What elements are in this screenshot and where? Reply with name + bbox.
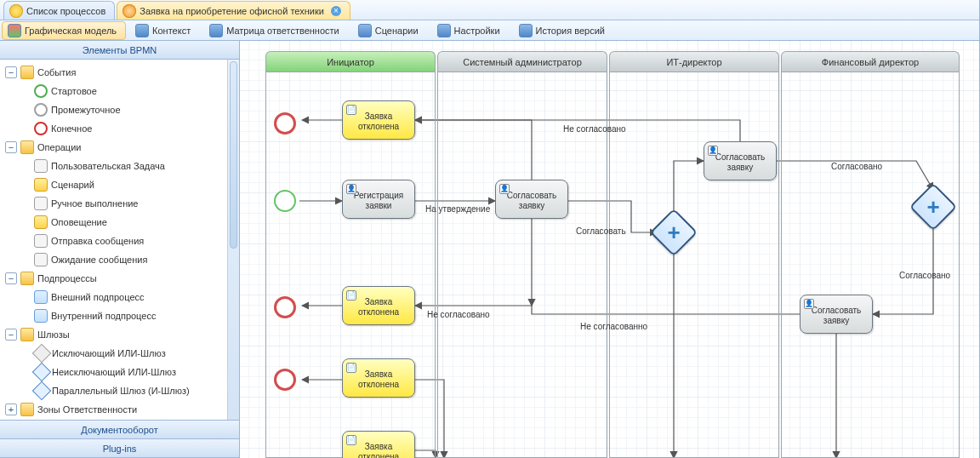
- and-gateway-icon: [32, 381, 52, 401]
- palette-item-start-event[interactable]: Стартовое: [0, 82, 227, 100]
- sidebar-section-docs[interactable]: Документооборот: [0, 421, 239, 439]
- file-tab-0[interactable]: Список процессов: [3, 1, 115, 20]
- palette-group-1[interactable]: −Операции: [0, 138, 227, 157]
- task-register[interactable]: Регистрация заявки: [342, 180, 415, 219]
- palette-group-0[interactable]: −События: [0, 63, 227, 82]
- palette-item-send-message-task[interactable]: Отправка сообщения: [0, 232, 227, 250]
- palette-tree[interactable]: −СобытияСтартовоеПромежуточноеКонечное−О…: [0, 60, 227, 420]
- processes-icon: [9, 4, 23, 18]
- sub-tab-1[interactable]: Контекст: [129, 21, 200, 40]
- palette-item-label: Пользовательская Задача: [51, 161, 165, 171]
- script-icon: [346, 363, 356, 373]
- folder-icon: [20, 272, 34, 285]
- sidebar-scrollbar[interactable]: [227, 60, 239, 420]
- end-event-1[interactable]: [274, 112, 296, 135]
- palette-item-xor-gateway[interactable]: Исключающий ИЛИ-Шлюз: [0, 344, 227, 363]
- script-icon: [346, 105, 356, 115]
- palette-group-label: Зоны Ответственности: [37, 404, 137, 415]
- sidebar-title: Элементы BPMN: [0, 41, 239, 60]
- palette-item-intermediate-event[interactable]: Промежуточное: [0, 100, 227, 119]
- palette-item-user-task[interactable]: Пользовательская Задача: [0, 157, 227, 175]
- edge-label-6: Согласовано: [899, 271, 950, 280]
- task-label: Заявка отклонена: [358, 369, 399, 389]
- palette-item-label: Оповещение: [51, 217, 107, 227]
- edge-label-0: Не согласовано: [563, 124, 626, 134]
- edge-label-2: Согласовать: [576, 226, 626, 236]
- palette-item-label: Стартовое: [51, 86, 97, 96]
- palette-group-label: События: [37, 67, 76, 77]
- lane-header-0[interactable]: Инициатор: [265, 51, 436, 72]
- palette-item-and-gateway[interactable]: Параллельный Шлюз (И-Шлюз): [0, 381, 227, 400]
- collapse-icon[interactable]: −: [5, 66, 17, 78]
- gw-parallel-1[interactable]: +: [657, 215, 691, 249]
- end-event-3[interactable]: [274, 369, 296, 391]
- file-tab-1[interactable]: Заявка на приобретение офисной техники×: [117, 1, 350, 20]
- task-label: Заявка отклонена: [358, 297, 399, 317]
- palette-item-end-event[interactable]: Конечное: [0, 119, 227, 138]
- task-approve-sysadmin[interactable]: Согласовать заявку: [495, 180, 568, 219]
- collapse-icon[interactable]: −: [5, 141, 17, 153]
- palette-item-script-task[interactable]: Сценарий: [0, 175, 227, 194]
- diagram-canvas[interactable]: ИнициаторСистемный администраторИТ-дирек…: [240, 41, 979, 458]
- palette-item-external-subprocess[interactable]: Внешний подпроцесс: [0, 288, 227, 306]
- sub-tab-label: Графическая модель: [25, 26, 117, 36]
- task-label: Согласовать заявку: [507, 191, 557, 210]
- task-approve-findir[interactable]: Согласовать заявку: [800, 295, 873, 334]
- lane-header-1[interactable]: Системный администратор: [437, 51, 607, 72]
- palette-item-or-gateway[interactable]: Неисключающий ИЛИ-Шлюз: [0, 363, 227, 381]
- collapse-icon[interactable]: −: [5, 272, 17, 284]
- task-rejected-4[interactable]: Заявка отклонена: [342, 431, 415, 458]
- sub-tab-5[interactable]: История версий: [513, 21, 614, 40]
- sub-tab-0[interactable]: Графическая модель: [2, 21, 126, 40]
- expand-icon[interactable]: +: [5, 404, 17, 415]
- palette-item-notification-task[interactable]: Оповещение: [0, 213, 227, 232]
- send-message-task-icon: [34, 234, 48, 248]
- diagram-canvas-wrap: ИнициаторСистемный администраторИТ-дирек…: [240, 41, 979, 458]
- manual-task-icon: [34, 197, 48, 210]
- palette-item-label: Конечное: [51, 123, 92, 134]
- task-approve-itdir[interactable]: Согласовать заявку: [704, 141, 777, 180]
- palette-group-3[interactable]: −Шлюзы: [0, 325, 227, 344]
- folder-icon: [20, 140, 34, 154]
- task-rejected-2[interactable]: Заявка отклонена: [342, 286, 415, 325]
- sub-tab-3[interactable]: Сценарии: [352, 21, 428, 40]
- settings-icon: [437, 24, 451, 37]
- sidebar: Элементы BPMN −СобытияСтартовоеПромежуто…: [0, 41, 240, 458]
- palette-group-4[interactable]: +Зоны Ответственности: [0, 400, 227, 419]
- task-rejected-3[interactable]: Заявка отклонена: [342, 358, 415, 398]
- palette-item-manual-task[interactable]: Ручное выполнение: [0, 194, 227, 213]
- lane-header-3[interactable]: Финансовый директор: [781, 51, 960, 72]
- lane-body-2[interactable]: [609, 72, 779, 458]
- collapse-icon[interactable]: −: [5, 329, 17, 341]
- sub-tab-4[interactable]: Настройки: [431, 21, 510, 40]
- lane-body-3[interactable]: [781, 72, 960, 458]
- palette-item-label: Внешний подпроцесс: [51, 292, 145, 302]
- user-icon: [346, 184, 356, 194]
- process-icon: [122, 4, 136, 18]
- sub-tab-2[interactable]: Матрица ответственности: [203, 21, 349, 40]
- sub-tab-label: Матрица ответственности: [226, 26, 339, 36]
- folder-icon: [20, 328, 34, 341]
- end-event-2[interactable]: [274, 296, 296, 318]
- task-rejected-1[interactable]: Заявка отклонена: [342, 100, 415, 140]
- close-icon[interactable]: ×: [331, 6, 341, 16]
- palette-group-2[interactable]: −Подпроцессы: [0, 269, 227, 288]
- edge-label-1: На утверждение: [425, 204, 490, 214]
- file-tab-bar: Список процессовЗаявка на приобретение о…: [0, 0, 979, 20]
- palette-item-internal-subprocess[interactable]: Внутренний подпроцесс: [0, 306, 227, 325]
- end-event-icon: [34, 122, 48, 135]
- palette-item-label: Внутренний подпроцесс: [51, 311, 156, 321]
- user-icon: [499, 184, 510, 194]
- sub-tab-label: Сценарии: [375, 26, 419, 36]
- receive-message-task-icon: [34, 253, 48, 266]
- gw-parallel-2[interactable]: +: [916, 190, 950, 224]
- palette-item-receive-message-task[interactable]: Ожидание сообщения: [0, 250, 227, 269]
- xor-gateway-icon: [32, 344, 52, 364]
- sidebar-section-plugins[interactable]: Plug-ins: [0, 439, 239, 458]
- start-event-1[interactable]: [274, 190, 296, 212]
- context-icon: [135, 24, 149, 37]
- palette-group-label: Операции: [37, 142, 81, 152]
- lane-header-2[interactable]: ИТ-директор: [609, 51, 779, 72]
- task-label: Регистрация заявки: [354, 191, 403, 210]
- script-icon: [346, 290, 356, 301]
